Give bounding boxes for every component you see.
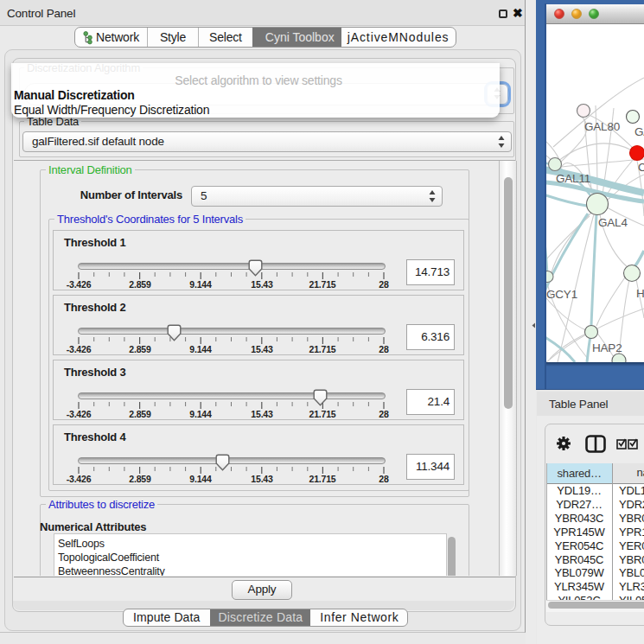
svg-text:GAL: GAL [634,125,644,138]
svg-text:HAP2: HAP2 [592,341,622,354]
svg-text:GAL4: GAL4 [598,216,628,229]
svg-text:GAL11: GAL11 [556,172,590,185]
svg-text:GAL80: GAL80 [584,120,620,133]
svg-text:GCY1: GCY1 [546,288,577,301]
svg-text:C: C [638,161,644,174]
svg-text:H: H [636,287,644,300]
